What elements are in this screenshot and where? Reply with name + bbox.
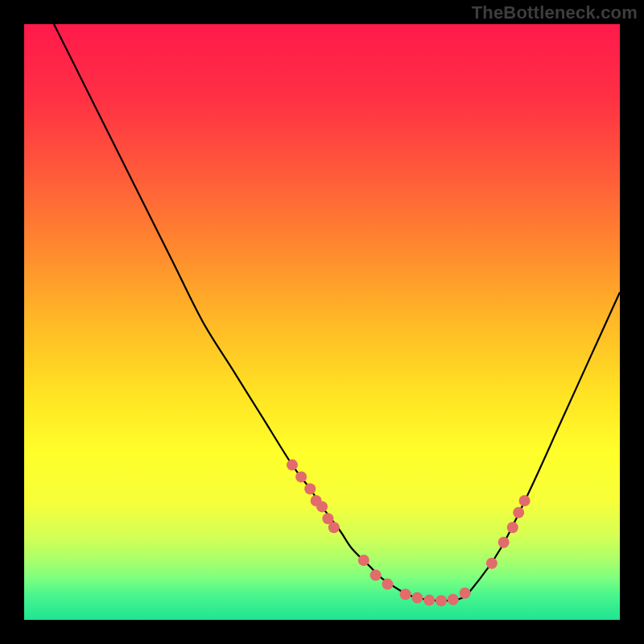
data-point	[486, 558, 497, 569]
data-point	[498, 537, 510, 548]
data-point	[448, 594, 459, 605]
chart-canvas	[0, 0, 644, 644]
data-point	[411, 592, 423, 604]
data-point	[507, 522, 518, 533]
data-point	[460, 588, 471, 599]
data-point	[423, 595, 435, 606]
data-point	[400, 588, 411, 600]
data-point	[513, 507, 524, 518]
data-point	[287, 460, 298, 471]
data-point	[370, 570, 382, 581]
chart-frame: TheBottleneck.com	[0, 0, 644, 644]
data-point	[519, 495, 530, 506]
data-point	[358, 555, 369, 566]
plot-background	[24, 24, 620, 620]
data-point	[382, 579, 393, 590]
data-point	[316, 501, 328, 512]
data-point	[436, 595, 447, 606]
data-point	[304, 483, 316, 494]
data-point	[295, 471, 307, 482]
watermark-text: TheBottleneck.com	[472, 2, 638, 23]
data-point	[328, 522, 340, 533]
